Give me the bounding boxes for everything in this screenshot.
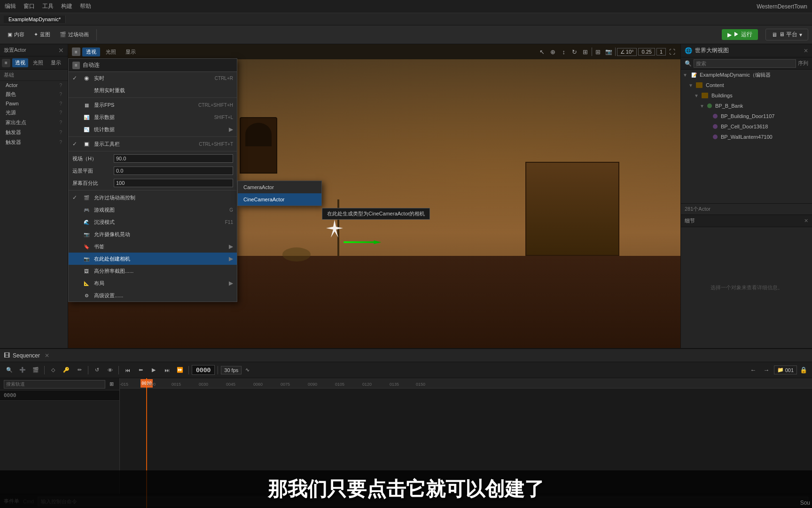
tree-buildings[interactable]: ▼ Buildings (681, 90, 812, 101)
menu-item-show-fps[interactable]: ▦ 显示FPS CTRL+SHIFT+H (69, 99, 237, 111)
panel-item-trigger2[interactable]: 触发器 ? (0, 137, 68, 147)
seq-lock-icon[interactable]: 🔒 (799, 365, 808, 375)
display-btn[interactable]: 显示 (48, 58, 64, 67)
vp-show-btn[interactable]: 显示 (122, 48, 140, 56)
translate-icon[interactable]: ⊕ (548, 47, 558, 56)
menu-item-immersive[interactable]: 🌊 沉浸模式 F11 (69, 216, 237, 228)
perspective-btn[interactable]: 透视 (12, 58, 28, 67)
run-button[interactable]: ▶ ▶ 运行 (722, 29, 757, 40)
panel-item-color[interactable]: 颜色 ? (0, 89, 68, 99)
seq-next-frame[interactable]: ⏭ (161, 365, 172, 376)
scale-icon[interactable]: ⊞ (581, 47, 590, 56)
seq-search-btn[interactable]: 🔍 (4, 365, 15, 376)
number-display[interactable]: 1 (656, 48, 666, 56)
panel-item-pawn[interactable]: Pawn ? (0, 99, 68, 108)
grid-icon[interactable]: ⊞ (593, 47, 603, 56)
fov-input[interactable] (114, 154, 233, 163)
maximize-icon[interactable]: ⛶ (667, 47, 677, 56)
menu-item-allow-camera-shake[interactable]: 📷 允许摄像机晃动 (69, 228, 237, 240)
menu-window[interactable]: 窗口 (23, 2, 35, 10)
seq-auto-key-btn[interactable]: 🔑 (61, 365, 72, 376)
seq-forward-btn[interactable]: ⏩ (174, 365, 186, 376)
menu-tools[interactable]: 工具 (42, 2, 54, 10)
tree-content[interactable]: ▼ Content (681, 80, 812, 90)
scale-display[interactable]: 0.25 (638, 48, 655, 56)
fps-selector[interactable]: 30 fps (221, 366, 242, 374)
tree-buildings-label: Buildings (711, 93, 733, 98)
seq-next-marker[interactable]: → (761, 365, 772, 376)
seq-prev-marker[interactable]: ← (748, 365, 759, 376)
track-filter-icon[interactable]: ⊞ (107, 380, 116, 389)
menu-item-disable-reload[interactable]: 禁用实时重载 (69, 84, 237, 96)
waveform-icon[interactable]: ∿ (245, 367, 250, 373)
toolbar-content[interactable]: ▣ 内容 (4, 30, 28, 39)
menu-build[interactable]: 构建 (61, 2, 72, 10)
tree-bp-cell-door[interactable]: BP_Cell_Door13618 (681, 121, 812, 132)
menu-item-hires-screenshot[interactable]: 🖼 高分辨率截图...... (69, 265, 237, 277)
menu-item-stats[interactable]: 📉 统计数据 ▶ (69, 123, 237, 135)
menu-item-show-data[interactable]: 📊 显示数据 SHIFT+L (69, 111, 237, 123)
vp-lighting-btn[interactable]: 光照 (102, 48, 120, 56)
menu-item-bookmark[interactable]: 🔖 书签 ▶ (69, 240, 237, 253)
seq-play-btn[interactable]: ▶ (148, 365, 159, 376)
viewport-dropdown-menu[interactable]: ≡ 自动连 ✓ ◉ 实时 CTRL+R 禁用实时重载 (68, 58, 237, 302)
angle-display[interactable]: ∠ 10° (617, 48, 637, 56)
actor-icon1 (707, 103, 712, 108)
seq-filter-btn[interactable]: 🎬 (30, 365, 41, 376)
tree-bp-bank[interactable]: ▼ BP_B_Bank (681, 101, 812, 111)
seq-loop-btn[interactable]: ↺ (91, 365, 102, 376)
submenu-camera-actor[interactable]: CameraActor (238, 181, 321, 193)
hamburger-icon[interactable]: ≡ (2, 59, 10, 67)
menu-item-layout[interactable]: 📐 布局 ▶ (69, 277, 237, 289)
menu-edit[interactable]: 编辑 (5, 2, 16, 10)
platform-button[interactable]: 🖥 🖥 平台 ▾ (765, 29, 808, 40)
screen-pct-input[interactable] (114, 179, 233, 187)
menu-item-show-toolbar[interactable]: ✓ 🔲 显示工具栏 CTRL+SHIFT+T (69, 138, 237, 150)
far-plane-input[interactable] (114, 167, 233, 175)
camera-icon[interactable]: 📷 (604, 47, 614, 56)
toolbar-cinematic[interactable]: 🎬 过场动画 (56, 30, 93, 39)
seq-previous-frame[interactable]: ⏮ (122, 365, 133, 376)
seq-add-track-btn[interactable]: ➕ (17, 365, 28, 376)
vp-hamburger-icon[interactable]: ≡ (72, 48, 80, 56)
panel-item-spawn[interactable]: 家出生点 ? (0, 118, 68, 127)
camera-submenu[interactable]: CameraActor CineCameraActor (237, 181, 322, 206)
vp-perspective-btn[interactable]: 透视 (82, 48, 100, 56)
ruler-mark-1: 0000 (146, 382, 156, 387)
menu-item-create-camera[interactable]: 📷 在此处创建相机 ▶ (69, 253, 237, 265)
search-input[interactable] (694, 59, 796, 68)
seq-eye-btn[interactable]: 👁 (104, 365, 116, 376)
menu-header-label: 自动连 (83, 61, 100, 69)
seq-track-time: 0000 (0, 390, 119, 401)
panel-item-trigger1[interactable]: 触发器 ? (0, 127, 68, 137)
seq-pencil-btn[interactable]: ✏ (74, 365, 85, 376)
tree-bp-lantern[interactable]: BP_WallLantern47100 (681, 132, 812, 142)
viewport[interactable]: ≡ 透视 光照 显示 ↖ ⊕ ↕ ↻ ⊞ ⊞ 📷 ∠ 10° 0.25 (68, 44, 680, 348)
seq-folder-btn[interactable]: 📁 001 (774, 365, 797, 374)
track-search-input[interactable] (4, 380, 105, 389)
select-tool-icon[interactable]: ↖ (538, 47, 547, 56)
lighting-btn[interactable]: 光照 (30, 58, 46, 67)
seq-key-btn[interactable]: ◇ (47, 365, 59, 376)
menu-help[interactable]: 帮助 (80, 2, 91, 10)
tab-example-map[interactable]: ExampleMapDynamic* (4, 16, 66, 23)
rotate-icon[interactable]: ↻ (570, 47, 579, 56)
menu-item-realtime[interactable]: ✓ ◉ 实时 CTRL+R (69, 72, 237, 84)
detail-close[interactable]: ✕ (804, 218, 808, 224)
menu-item-allow-cinematic[interactable]: ✓ 🎬 允许过场动画控制 (69, 191, 237, 204)
menu-screen-pct-row: 屏幕百分比 (69, 177, 237, 189)
tree-root[interactable]: ▼ 📝 ExampleMapDynamic（编辑器 (681, 70, 812, 80)
tree-bp-door1107[interactable]: BP_Building_Door1107 (681, 111, 812, 121)
sequencer-title: Sequencer (13, 352, 40, 359)
panel-item-actor[interactable]: Actor ? (0, 81, 68, 89)
seq-back-btn[interactable]: ⬅ (135, 365, 146, 376)
right-panel-close-icon[interactable]: ✕ (804, 48, 808, 54)
menu-item-game-view[interactable]: 🎮 游戏视图 G (69, 204, 237, 216)
move-icon[interactable]: ↕ (559, 47, 569, 56)
toolbar-blueprint[interactable]: ✦ 蓝图 (30, 30, 54, 39)
submenu-cine-camera-actor[interactable]: CineCameraActor (238, 193, 321, 206)
left-panel-close[interactable]: ✕ (58, 47, 64, 54)
sequencer-close[interactable]: ✕ (45, 352, 49, 359)
panel-item-light[interactable]: 光源 ? (0, 108, 68, 118)
menu-item-advanced-settings[interactable]: ⚙ 高级设置...... (69, 289, 237, 302)
